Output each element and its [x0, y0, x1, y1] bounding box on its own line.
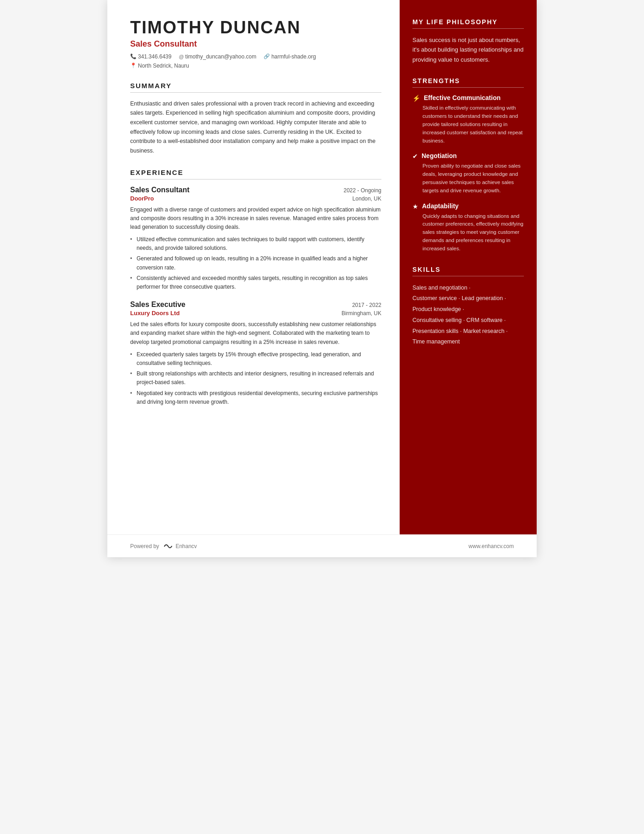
website-item: 🔗 harmful-shade.org — [264, 53, 316, 60]
job-2-bullet-2: Built strong relationships with architec… — [130, 369, 381, 387]
strength-2-icon: ✔ — [412, 153, 418, 160]
strength-3: ★ Adaptability Quickly adapts to changin… — [412, 202, 524, 253]
skill-line: Product knowledge · — [412, 304, 524, 315]
skill-line: Presentation skills · Market research · — [412, 326, 524, 337]
strengths-divider — [412, 87, 524, 88]
job-1-bullet-1: Utilized effective communication and sal… — [130, 235, 381, 253]
skills-section: SKILLS Sales and negotiation ·Customer s… — [412, 266, 524, 348]
job-1-company-row: DoorPro London, UK — [130, 195, 381, 202]
location-item: 📍 North Sedrick, Nauru — [130, 63, 381, 69]
strength-2-header: ✔ Negotiation — [412, 152, 524, 160]
location-icon: 📍 — [130, 63, 137, 69]
philosophy-divider — [412, 28, 524, 29]
job-1-location: London, UK — [353, 195, 381, 202]
strength-2-name: Negotiation — [422, 152, 457, 159]
strength-3-name: Adaptability — [422, 202, 459, 210]
strengths-section: STRENGTHS ⚡ Effective Communication Skil… — [412, 77, 524, 253]
skills-title: SKILLS — [412, 266, 524, 273]
job-1-desc: Engaged with a diverse range of customer… — [130, 206, 381, 232]
summary-divider — [130, 92, 381, 93]
email-value: timothy_duncan@yahoo.com — [185, 53, 257, 60]
strength-1-name: Effective Communication — [424, 94, 501, 101]
summary-section: SUMMARY Enthusiastic and driven sales pr… — [130, 82, 381, 156]
philosophy-section: MY LIFE PHILOSOPHY Sales success is not … — [412, 18, 524, 64]
experience-title: EXPERIENCE — [130, 169, 381, 176]
job-2-bullet-1: Exceeded quarterly sales targets by 15% … — [130, 350, 381, 368]
job-1-bullet-2: Generated and followed up on leads, resu… — [130, 254, 381, 272]
philosophy-text: Sales success is not just about numbers,… — [412, 35, 524, 64]
phone-value: 341.346.6439 — [138, 53, 171, 60]
header-section: TIMOTHY DUNCAN Sales Consultant 📞 341.34… — [130, 18, 381, 69]
contact-row: 📞 341.346.6439 @ timothy_duncan@yahoo.co… — [130, 53, 381, 69]
summary-text: Enthusiastic and driven sales profession… — [130, 99, 381, 156]
job-2-bullets: Exceeded quarterly sales targets by 15% … — [130, 350, 381, 406]
experience-divider — [130, 179, 381, 179]
strength-2-desc: Proven ability to negotiate and close sa… — [412, 162, 524, 195]
location-value: North Sedrick, Nauru — [138, 63, 189, 69]
strength-1-desc: Skilled in effectively communicating wit… — [412, 104, 524, 145]
strength-1: ⚡ Effective Communication Skilled in eff… — [412, 94, 524, 145]
job-1-dates: 2022 - Ongoing — [343, 187, 381, 194]
footer-left: Powered by Enhancv — [130, 543, 197, 550]
strength-1-icon: ⚡ — [412, 95, 420, 102]
phone-icon: 📞 — [130, 53, 137, 59]
phone-item: 📞 341.346.6439 — [130, 53, 171, 60]
strength-2: ✔ Negotiation Proven ability to negotiat… — [412, 152, 524, 195]
skills-divider — [412, 276, 524, 276]
job-2-dates: 2017 - 2022 — [352, 302, 381, 308]
left-column: TIMOTHY DUNCAN Sales Consultant 📞 341.34… — [107, 0, 400, 557]
strength-1-header: ⚡ Effective Communication — [412, 94, 524, 102]
skill-line: Customer service · Lead generation · — [412, 293, 524, 304]
job-1-bullets: Utilized effective communication and sal… — [130, 235, 381, 291]
website-value: harmful-shade.org — [271, 53, 316, 60]
enhancv-logo-icon — [163, 543, 174, 550]
job-1-title: Sales Consultant — [130, 186, 190, 194]
candidate-name: TIMOTHY DUNCAN — [130, 18, 381, 37]
skills-lines: Sales and negotiation ·Customer service … — [412, 283, 524, 348]
strengths-title: STRENGTHS — [412, 77, 524, 84]
job-2-desc: Led the sales efforts for luxury composi… — [130, 320, 381, 347]
email-icon: @ — [179, 54, 184, 59]
job-1-bullet-3: Consistently achieved and exceeded month… — [130, 274, 381, 291]
experience-section: EXPERIENCE Sales Consultant 2022 - Ongoi… — [130, 169, 381, 406]
job-1-company: DoorPro — [130, 195, 154, 202]
right-column: MY LIFE PHILOSOPHY Sales success is not … — [400, 0, 537, 557]
job-2-location: Birmingham, UK — [342, 310, 381, 317]
email-item: @ timothy_duncan@yahoo.com — [179, 53, 256, 60]
strength-3-icon: ★ — [412, 203, 418, 211]
job-2: Sales Executive 2017 - 2022 Luxury Doors… — [130, 301, 381, 406]
strength-3-header: ★ Adaptability — [412, 202, 524, 211]
skill-line: Time management — [412, 337, 524, 348]
philosophy-title: MY LIFE PHILOSOPHY — [412, 18, 524, 26]
job-2-title: Sales Executive — [130, 301, 185, 309]
skill-line: Sales and negotiation · — [412, 283, 524, 294]
job-2-company-row: Luxury Doors Ltd Birmingham, UK — [130, 310, 381, 317]
job-1-header: Sales Consultant 2022 - Ongoing — [130, 186, 381, 194]
candidate-title: Sales Consultant — [130, 39, 381, 49]
enhancv-brand: Enhancv — [175, 543, 197, 549]
enhancv-logo: Enhancv — [163, 543, 197, 550]
job-1: Sales Consultant 2022 - Ongoing DoorPro … — [130, 186, 381, 292]
footer: Powered by Enhancv www.enhancv.com — [107, 534, 537, 557]
footer-website: www.enhancv.com — [469, 543, 514, 549]
skill-line: Consultative selling · CRM software · — [412, 315, 524, 326]
job-2-bullet-3: Negotiated key contracts with prestigiou… — [130, 389, 381, 406]
powered-by-text: Powered by — [130, 543, 159, 549]
job-2-company: Luxury Doors Ltd — [130, 310, 179, 317]
link-icon: 🔗 — [264, 53, 270, 59]
job-2-header: Sales Executive 2017 - 2022 — [130, 301, 381, 309]
strength-3-desc: Quickly adapts to changing situations an… — [412, 212, 524, 253]
summary-title: SUMMARY — [130, 82, 381, 90]
resume-page: TIMOTHY DUNCAN Sales Consultant 📞 341.34… — [107, 0, 537, 557]
